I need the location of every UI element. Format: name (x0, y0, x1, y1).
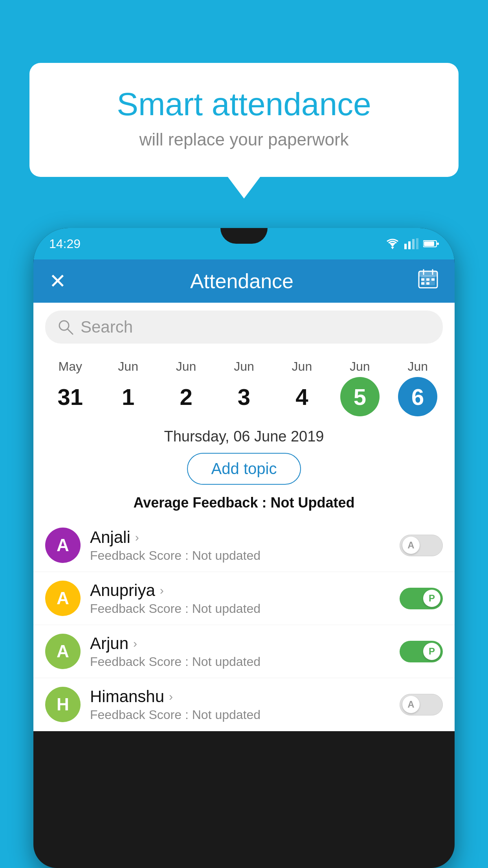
svg-rect-15 (426, 278, 429, 281)
toggle-wrap[interactable]: P (400, 641, 443, 662)
cal-month-label: Jun (407, 359, 428, 374)
svg-rect-4 (412, 239, 415, 249)
toggle-wrap[interactable]: P (400, 588, 443, 609)
student-name: Anjali › (90, 528, 390, 547)
calendar-day[interactable]: Jun5 (336, 359, 383, 416)
student-info: Arjun ›Feedback Score : Not updated (90, 634, 390, 669)
svg-rect-14 (421, 278, 424, 281)
svg-rect-11 (419, 271, 437, 277)
toggle-knob: P (423, 643, 440, 660)
bubble-title: Smart attendance (61, 86, 427, 122)
wifi-icon (385, 238, 400, 249)
toggle-knob: A (402, 696, 420, 713)
cal-day-num[interactable]: 1 (108, 377, 148, 416)
attendance-toggle[interactable]: A (400, 535, 443, 556)
cal-day-num[interactable]: 4 (282, 377, 321, 416)
avatar: A (45, 528, 81, 563)
attendance-toggle[interactable]: A (400, 694, 443, 715)
cal-month-label: Jun (350, 359, 370, 374)
phone-screen: Search May31Jun1Jun2Jun3Jun4Jun5Jun6 Thu… (33, 303, 455, 731)
cal-day-num[interactable]: 3 (224, 377, 264, 416)
app-header: ✕ Attendance (33, 259, 455, 303)
avatar: H (45, 687, 81, 722)
svg-rect-3 (408, 241, 411, 249)
chevron-icon: › (160, 584, 164, 597)
add-topic-button[interactable]: Add topic (187, 453, 301, 485)
toggle-wrap[interactable]: A (400, 535, 443, 556)
avg-feedback-value: Not Updated (270, 495, 354, 511)
chevron-icon: › (133, 637, 137, 650)
cal-month-label: Jun (292, 359, 312, 374)
svg-rect-17 (421, 282, 424, 285)
student-score: Feedback Score : Not updated (90, 708, 390, 722)
student-score: Feedback Score : Not updated (90, 655, 390, 669)
svg-rect-8 (437, 243, 439, 245)
cal-month-label: Jun (234, 359, 254, 374)
student-name: Anupriya › (90, 581, 390, 600)
student-name: Arjun › (90, 634, 390, 653)
student-info: Anjali ›Feedback Score : Not updated (90, 528, 390, 563)
calendar-day[interactable]: Jun4 (278, 359, 325, 416)
student-score: Feedback Score : Not updated (90, 601, 390, 616)
calendar-day[interactable]: Jun6 (394, 359, 441, 416)
signal-icon (404, 238, 418, 249)
cal-day-num[interactable]: 6 (398, 377, 437, 416)
attendance-toggle[interactable]: P (400, 588, 443, 609)
cal-day-num[interactable]: 2 (167, 377, 206, 416)
attendance-toggle[interactable]: P (400, 641, 443, 662)
phone-notch (220, 228, 268, 244)
header-title: Attendance (190, 269, 294, 293)
student-name: Himanshu › (90, 687, 390, 706)
calendar-button[interactable] (417, 268, 439, 294)
avatar: A (45, 581, 81, 616)
svg-marker-0 (389, 243, 396, 247)
calendar-day[interactable]: Jun3 (220, 359, 268, 416)
svg-rect-7 (424, 241, 434, 246)
cal-month-label: May (58, 359, 82, 374)
svg-line-20 (68, 329, 73, 334)
student-item[interactable]: AAnupriya ›Feedback Score : Not updatedP (33, 572, 455, 625)
avatar: A (45, 634, 81, 669)
svg-marker-1 (391, 247, 394, 249)
toggle-knob: A (402, 537, 420, 554)
svg-rect-5 (416, 238, 418, 249)
toggle-wrap[interactable]: A (400, 694, 443, 715)
status-bar: 14:29 (33, 228, 455, 259)
cal-month-label: Jun (118, 359, 138, 374)
chevron-icon: › (135, 531, 139, 544)
close-button[interactable]: ✕ (49, 269, 66, 293)
cal-day-num[interactable]: 5 (340, 377, 380, 416)
svg-rect-16 (431, 278, 435, 281)
status-time: 14:29 (49, 237, 81, 251)
speech-bubble: Smart attendance will replace your paper… (29, 63, 459, 177)
battery-icon (423, 239, 439, 248)
student-list: AAnjali ›Feedback Score : Not updatedAAA… (33, 519, 455, 731)
student-item[interactable]: HHimanshu ›Feedback Score : Not updatedA (33, 678, 455, 731)
calendar-day[interactable]: May31 (47, 359, 94, 416)
avg-feedback-label: Average Feedback : (134, 495, 267, 511)
date-label: Thursday, 06 June 2019 (33, 416, 455, 453)
student-info: Anupriya ›Feedback Score : Not updated (90, 581, 390, 616)
phone-frame: 14:29 ✕ At (33, 228, 455, 868)
student-item[interactable]: AArjun ›Feedback Score : Not updatedP (33, 625, 455, 678)
cal-month-label: Jun (176, 359, 196, 374)
student-info: Himanshu ›Feedback Score : Not updated (90, 687, 390, 722)
search-icon (57, 318, 74, 336)
student-item[interactable]: AAnjali ›Feedback Score : Not updatedA (33, 519, 455, 572)
toggle-knob: P (423, 590, 440, 607)
search-placeholder: Search (81, 318, 133, 337)
status-icons (385, 238, 439, 249)
bubble-subtitle: will replace your paperwork (61, 130, 427, 149)
student-score: Feedback Score : Not updated (90, 548, 390, 563)
calendar-day[interactable]: Jun1 (105, 359, 152, 416)
calendar-day[interactable]: Jun2 (163, 359, 210, 416)
chevron-icon: › (169, 690, 173, 703)
calendar-row: May31Jun1Jun2Jun3Jun4Jun5Jun6 (33, 351, 455, 416)
svg-rect-18 (426, 282, 429, 285)
calendar-icon (417, 268, 439, 290)
svg-rect-2 (404, 244, 407, 249)
search-bar[interactable]: Search (45, 311, 443, 344)
avg-feedback: Average Feedback : Not Updated (33, 495, 455, 511)
cal-day-num[interactable]: 31 (51, 377, 90, 416)
